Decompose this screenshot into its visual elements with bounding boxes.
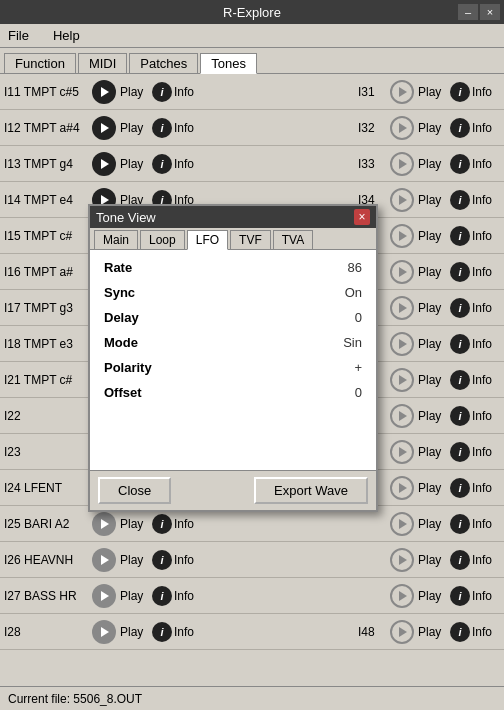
dialog-field-value: 0 [355, 385, 362, 400]
dialog-field-value: On [345, 285, 362, 300]
export-wave-button[interactable]: Export Wave [254, 477, 368, 504]
dialog-x-button[interactable]: × [354, 209, 370, 225]
dialog-tab-loop[interactable]: Loop [140, 230, 185, 249]
dialog-field-row: ModeSin [104, 335, 362, 350]
dialog-tab-main[interactable]: Main [94, 230, 138, 249]
dialog-field-label: Offset [104, 385, 142, 400]
dialog-tab-bar: MainLoopLFOTVFTVA [90, 228, 376, 250]
dialog-field-label: Rate [104, 260, 132, 275]
dialog-content: Rate86SyncOnDelay0ModeSinPolarity+Offset… [90, 250, 376, 470]
dialog-tab-tva[interactable]: TVA [273, 230, 313, 249]
dialog-field-label: Mode [104, 335, 138, 350]
dialog-title: Tone View [96, 210, 156, 225]
dialog-field-row: Offset0 [104, 385, 362, 400]
dialog-field-row: SyncOn [104, 285, 362, 300]
dialog-field-value: 86 [348, 260, 362, 275]
dialog-field-row: Delay0 [104, 310, 362, 325]
dialog-field-value: Sin [343, 335, 362, 350]
dialog-field-row: Rate86 [104, 260, 362, 275]
close-button[interactable]: Close [98, 477, 171, 504]
dialog-field-value: + [354, 360, 362, 375]
dialog-field-value: 0 [355, 310, 362, 325]
dialog-field-label: Delay [104, 310, 139, 325]
dialog-field-label: Polarity [104, 360, 152, 375]
dialog-field-label: Sync [104, 285, 135, 300]
tone-view-dialog: Tone View × MainLoopLFOTVFTVA Rate86Sync… [88, 204, 378, 512]
dialog-title-bar: Tone View × [90, 206, 376, 228]
dialog-footer: Close Export Wave [90, 470, 376, 510]
dialog-field-row: Polarity+ [104, 360, 362, 375]
dialog-tab-tvf[interactable]: TVF [230, 230, 271, 249]
dialog-tab-lfo[interactable]: LFO [187, 230, 228, 250]
modal-overlay: Tone View × MainLoopLFOTVFTVA Rate86Sync… [0, 0, 504, 710]
